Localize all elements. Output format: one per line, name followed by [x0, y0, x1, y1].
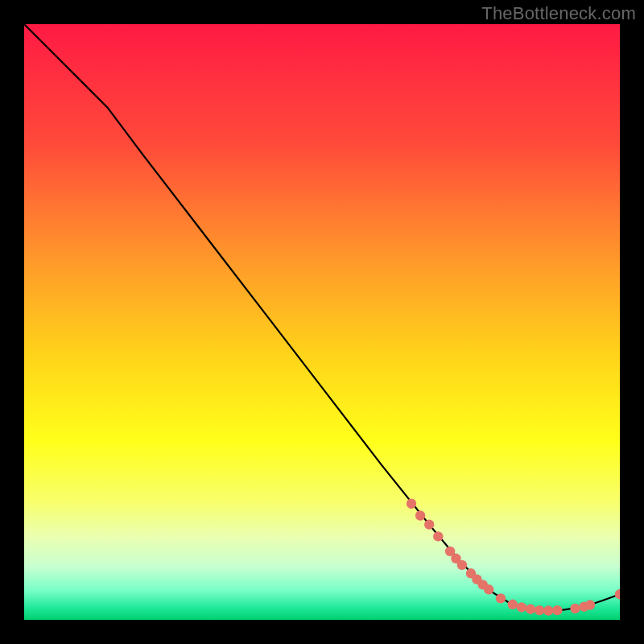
curve-marker	[508, 600, 518, 609]
curve-marker	[424, 519, 434, 529]
curve-marker	[415, 510, 425, 520]
curve-marker	[552, 605, 562, 615]
watermark-text: TheBottleneck.com	[481, 3, 636, 24]
chart-svg	[24, 24, 620, 620]
curve-marker	[484, 584, 493, 594]
curve-marker	[407, 499, 416, 509]
curve-marker	[543, 605, 553, 615]
curve-marker	[585, 600, 595, 609]
curve-marker	[517, 602, 526, 612]
curve-marker	[496, 593, 506, 603]
curve-marker	[433, 531, 443, 541]
curve-marker	[526, 604, 535, 613]
curve-marker	[535, 605, 544, 615]
chart-plot-area	[24, 24, 620, 620]
curve-marker	[457, 560, 467, 570]
curve-marker	[570, 604, 580, 613]
chart-background	[24, 24, 620, 620]
